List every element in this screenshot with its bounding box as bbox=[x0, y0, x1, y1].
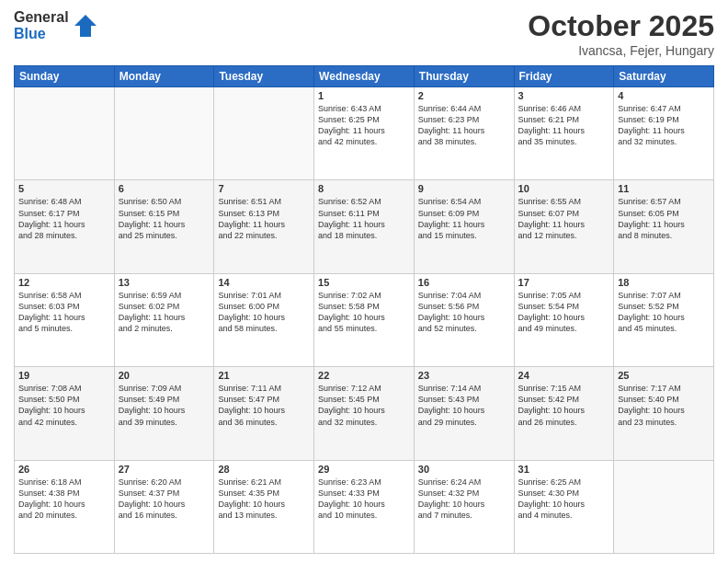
calendar-cell: 31Sunrise: 6:25 AM Sunset: 4:30 PM Dayli… bbox=[514, 460, 614, 553]
day-info: Sunrise: 7:15 AM Sunset: 5:42 PM Dayligh… bbox=[518, 383, 610, 428]
day-number: 3 bbox=[518, 90, 610, 101]
day-info: Sunrise: 6:25 AM Sunset: 4:30 PM Dayligh… bbox=[518, 477, 610, 522]
calendar-cell: 6Sunrise: 6:50 AM Sunset: 6:15 PM Daylig… bbox=[114, 180, 214, 273]
weekday-header-row: Sunday Monday Tuesday Wednesday Thursday… bbox=[15, 66, 714, 87]
day-number: 17 bbox=[518, 277, 610, 288]
day-info: Sunrise: 6:21 AM Sunset: 4:35 PM Dayligh… bbox=[218, 477, 310, 522]
day-info: Sunrise: 6:58 AM Sunset: 6:03 PM Dayligh… bbox=[18, 290, 110, 335]
calendar-week-row: 26Sunrise: 6:18 AM Sunset: 4:38 PM Dayli… bbox=[15, 460, 714, 553]
calendar-cell: 26Sunrise: 6:18 AM Sunset: 4:38 PM Dayli… bbox=[15, 460, 115, 553]
day-number: 27 bbox=[119, 464, 210, 475]
calendar-cell: 9Sunrise: 6:54 AM Sunset: 6:09 PM Daylig… bbox=[414, 180, 514, 273]
calendar-cell: 25Sunrise: 7:17 AM Sunset: 5:40 PM Dayli… bbox=[614, 367, 714, 460]
calendar-cell: 19Sunrise: 7:08 AM Sunset: 5:50 PM Dayli… bbox=[15, 367, 115, 460]
day-info: Sunrise: 6:57 AM Sunset: 6:05 PM Dayligh… bbox=[618, 196, 710, 241]
day-info: Sunrise: 6:46 AM Sunset: 6:21 PM Dayligh… bbox=[518, 103, 610, 148]
calendar-cell: 10Sunrise: 6:55 AM Sunset: 6:07 PM Dayli… bbox=[514, 180, 614, 273]
day-number: 16 bbox=[418, 277, 510, 288]
calendar-table: Sunday Monday Tuesday Wednesday Thursday… bbox=[14, 65, 714, 554]
day-info: Sunrise: 6:55 AM Sunset: 6:07 PM Dayligh… bbox=[518, 196, 610, 241]
day-number: 25 bbox=[618, 370, 710, 381]
day-info: Sunrise: 6:23 AM Sunset: 4:33 PM Dayligh… bbox=[318, 477, 410, 522]
day-number: 19 bbox=[18, 370, 110, 381]
calendar-cell: 24Sunrise: 7:15 AM Sunset: 5:42 PM Dayli… bbox=[514, 367, 614, 460]
title-section: October 2025 Ivancsa, Fejer, Hungary bbox=[528, 9, 714, 58]
day-number: 22 bbox=[318, 370, 410, 381]
header-wednesday: Wednesday bbox=[314, 66, 415, 87]
day-number: 7 bbox=[218, 183, 310, 194]
calendar-cell: 4Sunrise: 6:47 AM Sunset: 6:19 PM Daylig… bbox=[614, 87, 714, 180]
day-info: Sunrise: 6:44 AM Sunset: 6:23 PM Dayligh… bbox=[418, 103, 510, 148]
day-number: 31 bbox=[518, 464, 610, 475]
day-number: 26 bbox=[18, 464, 110, 475]
day-info: Sunrise: 6:51 AM Sunset: 6:13 PM Dayligh… bbox=[218, 196, 310, 241]
svg-marker-0 bbox=[74, 15, 97, 37]
day-info: Sunrise: 6:59 AM Sunset: 6:02 PM Dayligh… bbox=[119, 290, 210, 335]
calendar-page: General Blue October 2025 Ivancsa, Fejer… bbox=[0, 0, 728, 563]
day-info: Sunrise: 7:17 AM Sunset: 5:40 PM Dayligh… bbox=[618, 383, 710, 428]
calendar-cell: 22Sunrise: 7:12 AM Sunset: 5:45 PM Dayli… bbox=[314, 367, 415, 460]
day-number: 8 bbox=[318, 183, 410, 194]
day-number: 13 bbox=[119, 277, 210, 288]
header-sunday: Sunday bbox=[15, 66, 115, 87]
calendar-cell: 28Sunrise: 6:21 AM Sunset: 4:35 PM Dayli… bbox=[214, 460, 314, 553]
calendar-cell: 12Sunrise: 6:58 AM Sunset: 6:03 PM Dayli… bbox=[15, 273, 115, 366]
header-saturday: Saturday bbox=[614, 66, 714, 87]
calendar-cell: 29Sunrise: 6:23 AM Sunset: 4:33 PM Dayli… bbox=[314, 460, 415, 553]
calendar-cell bbox=[114, 87, 214, 180]
day-info: Sunrise: 7:14 AM Sunset: 5:43 PM Dayligh… bbox=[418, 383, 510, 428]
day-info: Sunrise: 6:18 AM Sunset: 4:38 PM Dayligh… bbox=[18, 477, 110, 522]
day-number: 28 bbox=[218, 464, 310, 475]
calendar-cell: 5Sunrise: 6:48 AM Sunset: 6:17 PM Daylig… bbox=[15, 180, 115, 273]
calendar-cell: 21Sunrise: 7:11 AM Sunset: 5:47 PM Dayli… bbox=[214, 367, 314, 460]
day-number: 2 bbox=[418, 90, 510, 101]
calendar-cell: 23Sunrise: 7:14 AM Sunset: 5:43 PM Dayli… bbox=[414, 367, 514, 460]
day-number: 10 bbox=[518, 183, 610, 194]
day-number: 23 bbox=[418, 370, 510, 381]
calendar-subtitle: Ivancsa, Fejer, Hungary bbox=[528, 43, 714, 58]
day-number: 14 bbox=[218, 277, 310, 288]
day-number: 9 bbox=[418, 183, 510, 194]
day-number: 12 bbox=[18, 277, 110, 288]
day-number: 24 bbox=[518, 370, 610, 381]
day-info: Sunrise: 7:01 AM Sunset: 6:00 PM Dayligh… bbox=[218, 290, 310, 335]
day-number: 6 bbox=[119, 183, 210, 194]
day-info: Sunrise: 6:20 AM Sunset: 4:37 PM Dayligh… bbox=[119, 477, 210, 522]
calendar-cell: 17Sunrise: 7:05 AM Sunset: 5:54 PM Dayli… bbox=[514, 273, 614, 366]
calendar-week-row: 19Sunrise: 7:08 AM Sunset: 5:50 PM Dayli… bbox=[15, 367, 714, 460]
day-number: 30 bbox=[418, 464, 510, 475]
day-info: Sunrise: 6:48 AM Sunset: 6:17 PM Dayligh… bbox=[18, 196, 110, 241]
day-info: Sunrise: 6:43 AM Sunset: 6:25 PM Dayligh… bbox=[318, 103, 410, 148]
calendar-cell: 8Sunrise: 6:52 AM Sunset: 6:11 PM Daylig… bbox=[314, 180, 415, 273]
day-number: 11 bbox=[618, 183, 710, 194]
calendar-week-row: 5Sunrise: 6:48 AM Sunset: 6:17 PM Daylig… bbox=[15, 180, 714, 273]
header-thursday: Thursday bbox=[414, 66, 514, 87]
day-number: 18 bbox=[618, 277, 710, 288]
logo-general-text: General bbox=[14, 9, 69, 26]
calendar-cell: 2Sunrise: 6:44 AM Sunset: 6:23 PM Daylig… bbox=[414, 87, 514, 180]
day-info: Sunrise: 7:05 AM Sunset: 5:54 PM Dayligh… bbox=[518, 290, 610, 335]
calendar-cell: 13Sunrise: 6:59 AM Sunset: 6:02 PM Dayli… bbox=[114, 273, 214, 366]
header-tuesday: Tuesday bbox=[214, 66, 314, 87]
day-info: Sunrise: 6:52 AM Sunset: 6:11 PM Dayligh… bbox=[318, 196, 410, 241]
calendar-cell: 16Sunrise: 7:04 AM Sunset: 5:56 PM Dayli… bbox=[414, 273, 514, 366]
day-number: 29 bbox=[318, 464, 410, 475]
calendar-cell: 3Sunrise: 6:46 AM Sunset: 6:21 PM Daylig… bbox=[514, 87, 614, 180]
logo-icon bbox=[73, 13, 98, 39]
calendar-cell: 15Sunrise: 7:02 AM Sunset: 5:58 PM Dayli… bbox=[314, 273, 415, 366]
calendar-cell bbox=[15, 87, 115, 180]
day-number: 4 bbox=[618, 90, 710, 101]
calendar-cell: 7Sunrise: 6:51 AM Sunset: 6:13 PM Daylig… bbox=[214, 180, 314, 273]
calendar-cell: 1Sunrise: 6:43 AM Sunset: 6:25 PM Daylig… bbox=[314, 87, 415, 180]
logo-blue-text: Blue bbox=[14, 26, 69, 42]
calendar-cell: 30Sunrise: 6:24 AM Sunset: 4:32 PM Dayli… bbox=[414, 460, 514, 553]
day-info: Sunrise: 6:24 AM Sunset: 4:32 PM Dayligh… bbox=[418, 477, 510, 522]
day-info: Sunrise: 6:54 AM Sunset: 6:09 PM Dayligh… bbox=[418, 196, 510, 241]
day-number: 1 bbox=[318, 90, 410, 101]
day-number: 20 bbox=[119, 370, 210, 381]
day-info: Sunrise: 7:08 AM Sunset: 5:50 PM Dayligh… bbox=[18, 383, 110, 428]
calendar-title: October 2025 bbox=[528, 9, 714, 43]
header: General Blue October 2025 Ivancsa, Fejer… bbox=[14, 9, 714, 58]
day-info: Sunrise: 7:04 AM Sunset: 5:56 PM Dayligh… bbox=[418, 290, 510, 335]
header-monday: Monday bbox=[114, 66, 214, 87]
